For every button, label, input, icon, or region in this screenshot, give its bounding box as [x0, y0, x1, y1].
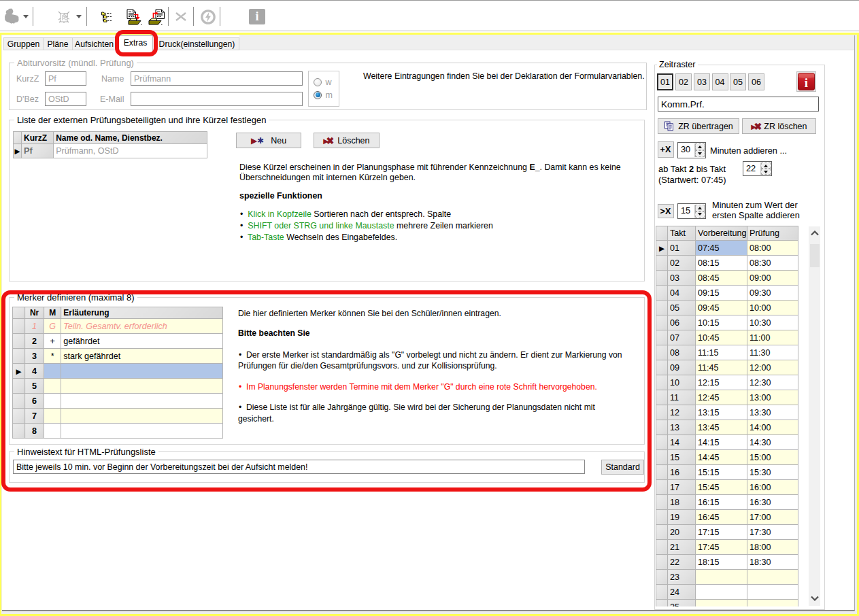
svg-text:i: i — [805, 75, 808, 90]
